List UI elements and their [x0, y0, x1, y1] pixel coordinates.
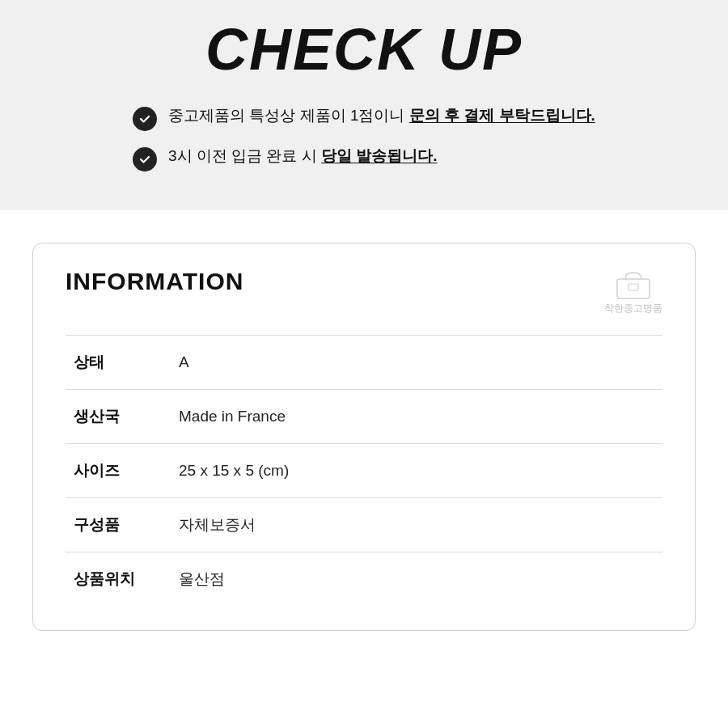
checkmark-icon [133, 107, 157, 131]
table-label-cell: 상품위치 [66, 552, 171, 607]
header-section: CHECK UP 중고제품의 특성상 제품이 1점이니 문의 후 결제 부탁드립… [0, 0, 728, 210]
table-row: 상품위치울산점 [66, 552, 662, 607]
section-spacer [0, 210, 728, 243]
page-wrapper: CHECK UP 중고제품의 특성상 제품이 1점이니 문의 후 결제 부탁드립… [0, 0, 728, 631]
brand-logo-text: 착한중고명품 [604, 302, 662, 315]
information-card: INFORMATION 착한중고명품 상태A생산국Made in France사… [32, 243, 696, 631]
table-value-cell: 울산점 [171, 552, 662, 607]
table-row: 사이즈25 x 15 x 5 (cm) [66, 444, 662, 498]
svg-rect-1 [629, 284, 638, 290]
list-item: 중고제품의 특성상 제품이 1점이니 문의 후 결제 부탁드립니다. [133, 105, 595, 131]
table-value-cell: 자체보증서 [171, 498, 662, 552]
table-label-cell: 사이즈 [66, 444, 171, 498]
table-label-cell: 생산국 [66, 390, 171, 444]
table-value-cell: Made in France [171, 390, 662, 444]
list-item: 3시 이전 입금 완료 시 당일 발송됩니다. [133, 146, 595, 171]
table-row: 상태A [66, 336, 662, 390]
table-value-cell: 25 x 15 x 5 (cm) [171, 444, 662, 498]
page-title: CHECK UP [32, 16, 696, 83]
checkmark-icon [133, 147, 157, 171]
table-row: 구성품자체보증서 [66, 498, 662, 552]
brand-logo-icon [609, 268, 658, 302]
info-table: 상태A생산국Made in France사이즈25 x 15 x 5 (cm)구… [66, 335, 662, 606]
svg-rect-0 [617, 279, 650, 298]
brand-logo: 착한중고명품 [604, 268, 662, 315]
table-label-cell: 구성품 [66, 498, 171, 552]
table-label-cell: 상태 [66, 336, 171, 390]
checklist: 중고제품의 특성상 제품이 1점이니 문의 후 결제 부탁드립니다. 3시 이전… [116, 105, 612, 186]
checklist-item-text-1: 중고제품의 특성상 제품이 1점이니 문의 후 결제 부탁드립니다. [168, 105, 595, 127]
table-row: 생산국Made in France [66, 390, 662, 444]
card-header: INFORMATION 착한중고명품 [66, 268, 662, 315]
table-value-cell: A [171, 336, 662, 390]
information-title: INFORMATION [66, 268, 243, 295]
checklist-item-text-2: 3시 이전 입금 완료 시 당일 발송됩니다. [168, 146, 438, 167]
